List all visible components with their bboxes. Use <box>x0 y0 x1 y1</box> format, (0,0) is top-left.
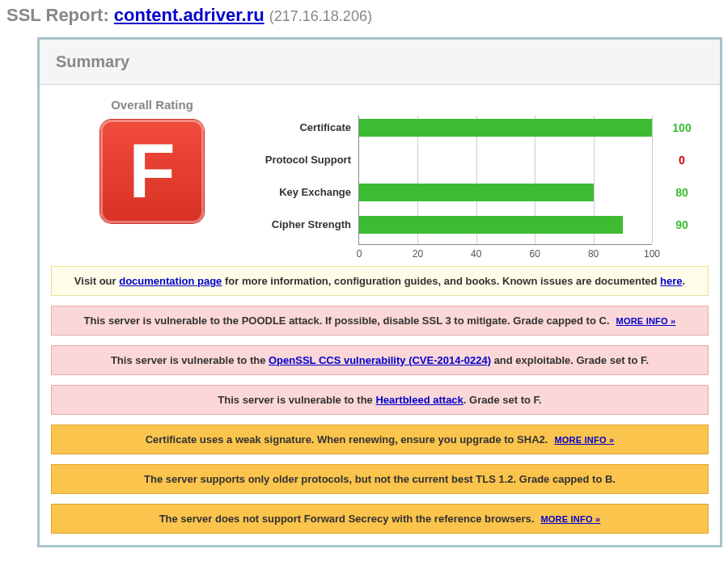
chart-bar-row: Cipher Strength90 <box>359 216 652 234</box>
chart-bar-value: 0 <box>662 154 702 167</box>
notice-banner: Certificate uses a weak signature. When … <box>51 424 709 454</box>
more-info-link[interactable]: MORE INFO » <box>616 316 676 326</box>
chart-bar-row: Certificate100 <box>359 119 652 137</box>
report-card: Summary Overall Rating F 020406080100Cer… <box>37 37 722 547</box>
notice-banner: Visit our documentation page for more in… <box>51 266 709 296</box>
chart-gridline <box>652 116 653 244</box>
chart-tick-label: 40 <box>471 248 481 260</box>
notice-text: This server is vulnerable to the <box>218 394 375 406</box>
section-header-summary: Summary <box>40 40 720 85</box>
notice-text: This server is vulnerable to the POODLE … <box>84 315 610 327</box>
chart-bar-fill <box>359 184 594 201</box>
notice-banner: The server supports only older protocols… <box>51 464 709 494</box>
notice-text: Certificate uses a weak signature. When … <box>146 433 548 446</box>
chart-bar-fill <box>359 216 623 234</box>
title-prefix: SSL Report: <box>6 5 114 25</box>
title-ip: (217.16.18.206) <box>269 8 372 24</box>
chart-tick-label: 20 <box>413 248 423 260</box>
chart-tick-label: 100 <box>644 248 660 260</box>
chart-tick-label: 80 <box>588 248 599 260</box>
chart-bar-value: 100 <box>662 121 702 134</box>
notice-banner: This server is vulnerable to the Heartbl… <box>51 385 709 415</box>
notice-text: Visit our <box>74 275 119 287</box>
chart-bar-fill <box>359 119 652 137</box>
chart-tick-label: 0 <box>357 248 362 260</box>
more-info-link[interactable]: MORE INFO » <box>554 435 614 445</box>
score-bar-chart: 020406080100Certificate100Protocol Suppo… <box>358 116 652 245</box>
notice-link[interactable]: OpenSSL CCS vulnerability (CVE-2014-0224… <box>269 354 491 366</box>
chart-bar-label: Cipher Strength <box>248 218 351 230</box>
title-domain-link[interactable]: content.adriver.ru <box>114 5 265 25</box>
notice-banner: The server does not support Forward Secr… <box>51 504 709 534</box>
notice-text: . Grade set to F. <box>463 394 542 406</box>
chart-bar-row: Key Exchange80 <box>359 184 652 201</box>
notice-text: for more information, configuration guid… <box>222 275 660 287</box>
chart-bar-row: Protocol Support0 <box>359 151 652 169</box>
notice-link[interactable]: documentation page <box>119 275 222 287</box>
grade-badge: F <box>100 120 204 223</box>
notice-banner: This server is vulnerable to the POODLE … <box>51 306 709 336</box>
chart-bar-value: 90 <box>662 218 702 231</box>
notice-text: . <box>683 275 686 287</box>
chart-bar-label: Certificate <box>248 121 351 133</box>
chart-bar-value: 80 <box>662 186 702 199</box>
notice-text: and exploitable. Grade set to F. <box>491 354 649 366</box>
overall-rating-label: Overall Rating <box>51 98 253 112</box>
notice-text: This server is vulnerable to the <box>111 354 269 366</box>
notice-link[interactable]: Heartbleed attack <box>375 394 463 406</box>
notice-banner: This server is vulnerable to the OpenSSL… <box>51 345 709 375</box>
chart-bar-label: Key Exchange <box>248 186 351 198</box>
more-info-link[interactable]: MORE INFO » <box>540 514 600 524</box>
page-title: SSL Report: content.adriver.ru (217.16.1… <box>6 5 722 26</box>
chart-tick-label: 60 <box>530 248 540 260</box>
notice-text: The server supports only older protocols… <box>144 473 616 485</box>
notice-text: The server does not support Forward Secr… <box>159 513 535 525</box>
chart-bar-label: Protocol Support <box>248 154 351 166</box>
notice-link[interactable]: here <box>660 275 682 287</box>
